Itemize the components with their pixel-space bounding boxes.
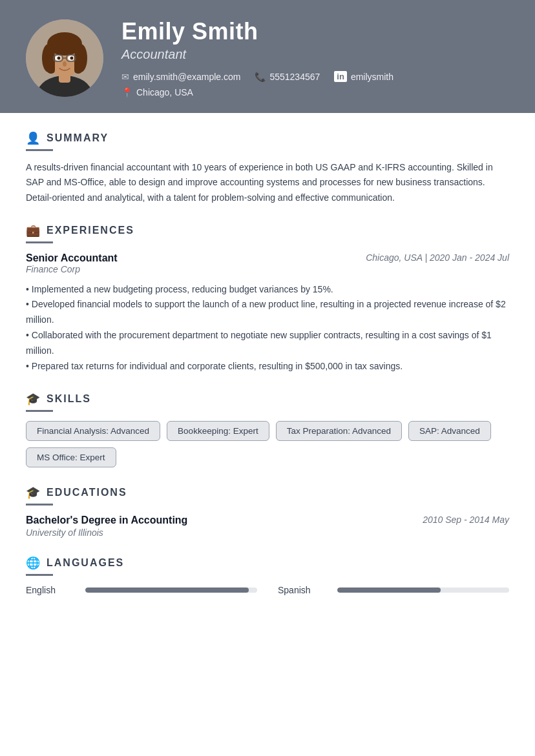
exp-bullet-4: • Prepared tax returns for individual an… [26,359,509,374]
experience-divider [26,241,53,243]
skills-divider [26,410,53,412]
lang-english-bar-fill [85,587,249,593]
experience-section: 💼 EXPERIENCES Senior Accountant Finance … [26,223,509,374]
languages-icon: 🌐 [26,556,40,570]
skills-icon: 🎓 [26,392,40,406]
edu-degree: Bachelor's Degree in Accounting [26,515,187,526]
languages-section: 🌐 LANGUAGES English Spanish [26,556,509,595]
edu-item: Bachelor's Degree in Accounting Universi… [26,515,509,538]
skill-badge-5: MS Office: Expert [26,447,116,467]
edu-date: 2010 Sep - 2014 May [423,515,509,525]
education-title: EDUCATIONS [47,487,127,498]
lang-spanish-bar-fill [337,587,441,593]
exp-location-date: Chicago, USA | 2020 Jan - 2024 Jul [366,252,509,263]
lang-english-label: English [26,585,78,595]
education-header: 🎓 EDUCATIONS [26,485,509,500]
svg-point-11 [58,56,61,59]
skills-header: 🎓 SKILLS [26,392,509,406]
experience-icon: 💼 [26,223,40,238]
exp-bullet-1: • Implemented a new budgeting process, r… [26,282,509,298]
education-divider [26,504,53,506]
experience-header: 💼 EXPERIENCES [26,223,509,238]
linkedin-icon: in [334,71,347,82]
languages-title: LANGUAGES [47,557,124,569]
contact-linkedin: in emilysmith [334,71,393,82]
header-name: Emily Smith [121,18,509,45]
skill-badge-3: Tax Preparation: Advanced [276,421,402,441]
experience-title: EXPERIENCES [47,225,134,236]
skill-badge-1: Financial Analysis: Advanced [26,421,160,441]
exp-job-header: Senior Accountant Finance Corp Chicago, … [26,252,509,281]
lang-spanish-bar-bg [337,587,509,593]
exp-bullet-3: • Collaborated with the procurement depa… [26,328,509,359]
location-icon: 📍 [121,87,132,97]
lang-spanish-label: Spanish [278,585,330,595]
summary-title: SUMMARY [47,132,109,144]
languages-row: English Spanish [26,585,509,595]
summary-divider [26,149,53,151]
skills-grid: Financial Analysis: Advanced Bookkeeping… [26,421,509,467]
header-title: Accountant [121,47,509,62]
exp-bullet-2: • Developed financial models to support … [26,297,509,328]
contact-location: 📍 Chicago, USA [121,87,509,97]
skill-badge-4: SAP: Advanced [408,421,491,441]
education-section: 🎓 EDUCATIONS Bachelor's Degree in Accoun… [26,485,509,538]
lang-english: English [26,585,257,595]
lang-english-bar-bg [85,587,257,593]
phone-icon: 📞 [255,72,266,82]
languages-divider [26,574,53,576]
languages-header: 🌐 LANGUAGES [26,556,509,570]
summary-icon: 👤 [26,131,40,145]
email-icon: ✉ [121,72,129,82]
summary-header: 👤 SUMMARY [26,131,509,145]
avatar [26,19,103,97]
exp-company: Finance Corp [26,264,118,274]
header-contacts: ✉ emily.smith@example.com 📞 5551234567 i… [121,71,509,97]
education-icon: 🎓 [26,485,40,500]
svg-point-12 [70,56,74,59]
skills-section: 🎓 SKILLS Financial Analysis: Advanced Bo… [26,392,509,467]
lang-spanish: Spanish [278,585,509,595]
exp-job-title: Senior Accountant [26,252,118,264]
skill-badge-2: Bookkeeping: Expert [167,421,269,441]
contact-email: ✉ emily.smith@example.com [121,72,240,82]
edu-school: University of Illinois [26,527,187,538]
resume-container: Emily Smith Accountant ✉ emily.smith@exa… [0,0,535,756]
contact-phone: 📞 5551234567 [255,72,320,82]
skills-title: SKILLS [47,393,91,405]
summary-text: A results-driven financial accountant wi… [26,160,509,205]
svg-point-16 [63,61,67,66]
exp-bullets: • Implemented a new budgeting process, r… [26,282,509,374]
main-content: 👤 SUMMARY A results-driven financial acc… [0,113,535,634]
header-info: Emily Smith Accountant ✉ emily.smith@exa… [121,18,509,97]
summary-section: 👤 SUMMARY A results-driven financial acc… [26,131,509,205]
header-section: Emily Smith Accountant ✉ emily.smith@exa… [0,0,535,113]
